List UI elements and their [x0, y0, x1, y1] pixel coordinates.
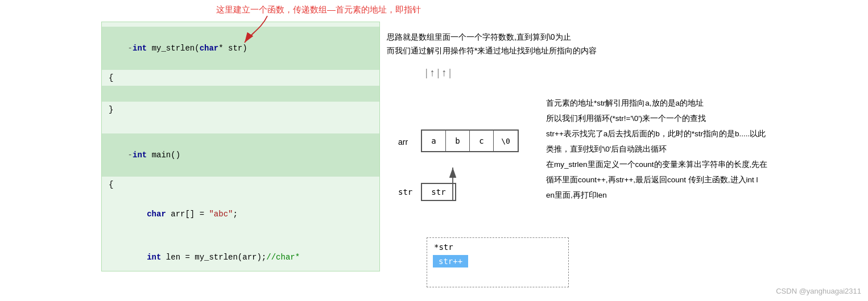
exp-line-1: 首元素的地址*str解引用指向a,放的是a的地址 — [546, 95, 859, 111]
exp-line-5: 在my_strlen里面定义一个count的变量来算出字符串的长度,先在 — [546, 157, 859, 172]
dashed-strpp-label: str++ — [433, 255, 468, 267]
str-box: str — [421, 183, 456, 201]
dashed-box: *str str++ — [427, 237, 569, 287]
exp-line-7: en里面,再打印len — [546, 187, 859, 203]
code-line-6: -int main() — [102, 133, 379, 177]
minus-1: - — [128, 44, 133, 53]
code-line-3 — [102, 86, 379, 102]
arr-cell-c: c — [470, 131, 494, 151]
exp-line-2: 所以我们利用循环(*str!='\0')来一个一个的查找 — [546, 111, 859, 126]
exp-line-4: 类推，直到找到'\0'后自动跳出循环 — [546, 141, 859, 157]
right-explanation: 首元素的地址*str解引用指向a,放的是a的地址 所以我们利用循环(*str!=… — [546, 95, 859, 203]
right-description-line2: 而我们通过解引用操作符*来通过地址找到地址所指向的内容 — [387, 43, 597, 58]
right-description-line1: 思路就是数组里面一个一个字符数数,直到算到\0为止 — [387, 30, 571, 45]
code-line-8: char arr[] = "abc"; — [102, 193, 379, 236]
code-line-7: { — [102, 177, 379, 193]
title-annotation: 这里建立一个函数，传递数组—首元素的地址，即指针 — [216, 5, 421, 15]
tick-marks: |↑|↑| — [425, 67, 453, 79]
code-panel: -int my_strlen(char* str) { } -int main(… — [101, 22, 380, 271]
arr-cell-null: \0 — [494, 131, 518, 151]
arr-label: arr — [398, 137, 408, 147]
exp-line-6: 循环里面count++,再str++,最后返回count 传到主函数,进入int… — [546, 172, 859, 187]
code-line-2: { — [102, 70, 379, 86]
arr-cell-b: b — [446, 131, 470, 151]
str-label: str — [398, 187, 412, 197]
code-line-4: } — [102, 102, 379, 118]
watermark: CSDN @yanghuagai2311 — [776, 287, 861, 295]
code-line-9: int len = my_strlen(arr);//char* — [102, 236, 379, 271]
arr-box: a b c \0 — [421, 129, 519, 152]
arr-cell-a: a — [422, 131, 446, 151]
code-line-5 — [102, 118, 379, 133]
exp-line-3: str++表示找完了a后去找后面的b，此时的*str指向的是b.....以此 — [546, 126, 859, 141]
code-line-1: -int my_strlen(char* str) — [102, 27, 379, 70]
dashed-str-label: *str — [427, 238, 568, 254]
